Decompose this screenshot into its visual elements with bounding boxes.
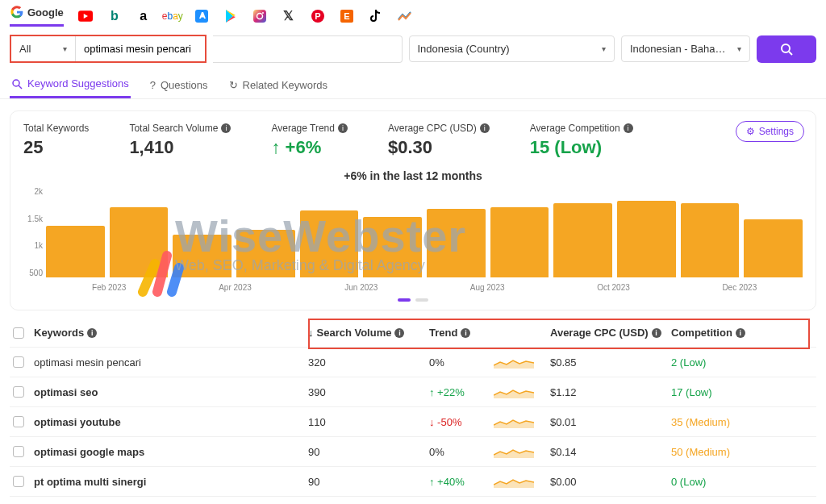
table-row: optimasi google maps 90 0% $0.14 50 (Med… [10, 437, 816, 467]
etsy-icon[interactable]: E [340, 9, 354, 23]
row-checkbox[interactable] [13, 416, 24, 427]
svg-line-10 [789, 52, 792, 55]
platform-icons-bar: Google b a ebay 𝕏 P E [0, 0, 826, 30]
col-cpc[interactable]: Average CPC (USD) i [550, 327, 671, 339]
cell-competition: 35 (Medium) [671, 416, 768, 428]
cell-cpc: $0.14 [550, 446, 671, 458]
cell-volume: 90 [308, 476, 429, 488]
filter-select[interactable]: All▾ [11, 36, 76, 61]
tab-questions[interactable]: ?Questions [148, 71, 210, 98]
info-icon[interactable]: i [338, 123, 348, 133]
col-trend[interactable]: Trend i [429, 327, 550, 339]
stat-avg-competition: Average Competition i 15 (Low) [530, 123, 633, 158]
search-row: All▾ Indonesia (Country)▾ Indonesian - B… [0, 30, 826, 69]
table-row: optimasi youtube 110 ↓ -50% $0.01 35 (Me… [10, 407, 816, 437]
cell-cpc: $0.85 [550, 356, 671, 369]
stat-avg-cpc: Average CPC (USD) i $0.30 [388, 123, 490, 158]
cell-keyword: pt optima multi sinergi [34, 476, 308, 488]
arrow-up-icon: ↑ [271, 137, 280, 157]
tiktok-icon[interactable] [369, 9, 383, 23]
pinterest-icon[interactable]: P [311, 9, 325, 23]
stat-total-keywords: Total Keywords 25 [23, 123, 89, 158]
cell-competition: 0 (Low) [671, 476, 768, 488]
chevron-down-icon: ▾ [602, 44, 606, 53]
query-extension[interactable] [213, 35, 403, 63]
table-header: Keywords i ↓Search Volume i Trend i Aver… [10, 319, 816, 348]
row-checkbox[interactable] [13, 476, 24, 487]
cell-volume: 110 [308, 416, 429, 428]
info-icon[interactable]: i [480, 123, 490, 133]
x-axis: Feb 2023Apr 2023Jun 2023Aug 2023Oct 2023… [46, 280, 803, 292]
info-icon[interactable]: i [652, 328, 661, 338]
cell-trend: ↑ +40% [429, 475, 550, 488]
carousel-dots [23, 298, 803, 302]
cell-keyword: optimasi google maps [34, 446, 308, 458]
gear-icon: ⚙ [746, 126, 755, 137]
row-checkbox[interactable] [13, 386, 24, 398]
chevron-down-icon: ▾ [737, 44, 741, 53]
y-axis: 2k1.5k1k500 [23, 187, 43, 277]
search-button[interactable] [757, 35, 816, 63]
stat-avg-trend: Average Trend i ↑ +6% [271, 123, 348, 158]
cell-trend: ↓ -50% [429, 415, 550, 428]
refresh-icon: ↻ [229, 79, 238, 91]
table-row: optimasi mesin pencari 320 0% $0.85 2 (L… [10, 348, 816, 377]
appstore-icon[interactable] [194, 9, 209, 23]
cell-competition: 2 (Low) [671, 356, 768, 369]
cell-competition: 50 (Medium) [671, 446, 768, 458]
trends-icon[interactable] [398, 9, 412, 23]
tab-related[interactable]: ↻Related Keywords [227, 71, 330, 98]
row-checkbox[interactable] [13, 356, 24, 368]
cell-trend: 0% [429, 356, 550, 369]
summary-panel: ⚙Settings Total Keywords 25 Total Search… [10, 110, 816, 310]
cell-keyword: optimasi youtube [34, 416, 308, 428]
cell-volume: 390 [308, 386, 429, 398]
keywords-table: Keywords i ↓Search Volume i Trend i Aver… [10, 319, 816, 497]
country-select[interactable]: Indonesia (Country)▾ [409, 35, 615, 62]
table-row: optimasi seo 390 ↑ +22% $1.12 17 (Low) [10, 377, 816, 407]
cell-trend: 0% [429, 445, 550, 458]
question-icon: ? [150, 79, 156, 91]
tab-keyword-suggestions[interactable]: Keyword Suggestions [10, 71, 131, 98]
x-icon[interactable]: 𝕏 [282, 9, 296, 23]
bing-icon[interactable]: b [107, 9, 122, 23]
cell-keyword: optimasi mesin pencari [34, 356, 308, 369]
google-icon [10, 5, 24, 19]
brand-label: Google [27, 6, 64, 19]
cell-volume: 320 [308, 356, 429, 369]
mode-tabs: Keyword Suggestions ?Questions ↻Related … [0, 69, 826, 99]
col-competition[interactable]: Competition i [671, 327, 768, 339]
instagram-icon[interactable] [252, 9, 267, 23]
cell-cpc: $0.00 [550, 476, 671, 488]
sort-desc-icon: ↓ [308, 327, 314, 339]
col-keywords[interactable]: Keywords i [34, 327, 308, 339]
cell-cpc: $1.12 [550, 386, 671, 398]
youtube-icon[interactable] [78, 9, 93, 23]
brand-google[interactable]: Google [10, 5, 64, 27]
trend-chart: 2k1.5k1k500 Feb 2023Apr 2023Jun 2023Aug … [46, 187, 803, 292]
table-row: pt optima multi sinergi 90 ↑ +40% $0.00 … [10, 467, 816, 497]
svg-line-12 [19, 85, 22, 89]
chart-title: +6% in the last 12 months [23, 169, 803, 182]
info-icon[interactable]: i [87, 328, 97, 338]
stat-total-volume: Total Search Volume i 1,410 [129, 123, 231, 158]
settings-button[interactable]: ⚙Settings [736, 121, 804, 142]
info-icon[interactable]: i [736, 328, 745, 338]
cell-competition: 17 (Low) [671, 386, 768, 398]
ebay-icon[interactable]: ebay [165, 9, 180, 23]
info-icon[interactable]: i [221, 123, 231, 133]
info-icon[interactable]: i [394, 328, 404, 338]
keyword-input[interactable] [76, 36, 205, 61]
row-checkbox[interactable] [13, 446, 24, 457]
cell-cpc: $0.01 [550, 416, 671, 428]
info-icon[interactable]: i [624, 123, 633, 133]
cell-trend: ↑ +22% [429, 385, 550, 398]
svg-text:E: E [344, 11, 349, 21]
amazon-icon[interactable]: a [136, 9, 151, 23]
select-all-checkbox[interactable] [13, 327, 24, 339]
col-volume[interactable]: ↓Search Volume i [308, 327, 429, 339]
svg-rect-2 [253, 10, 266, 23]
playstore-icon[interactable] [223, 9, 238, 23]
info-icon[interactable]: i [461, 328, 470, 338]
language-select[interactable]: Indonesian - Bahasa Indo...▾ [621, 35, 750, 62]
